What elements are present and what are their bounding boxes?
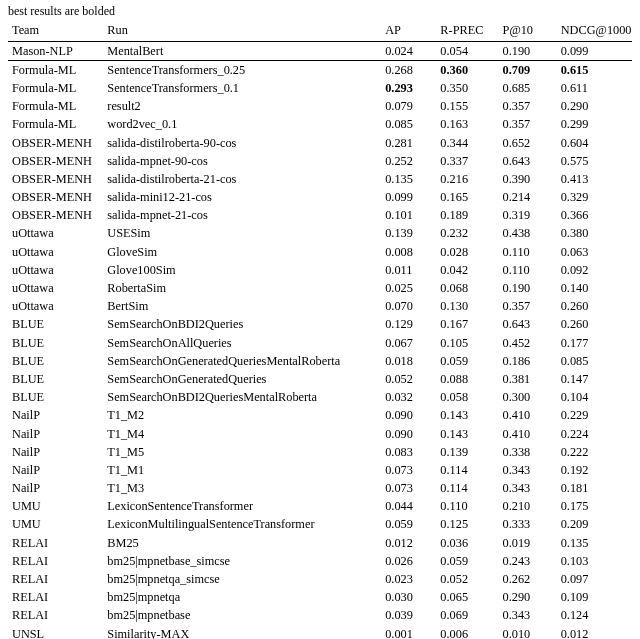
cell-team: OBSER-MENH — [8, 170, 103, 188]
cell-p10: 0.343 — [499, 461, 557, 479]
cell-p10: 0.410 — [499, 407, 557, 425]
cell-p10: 0.110 — [499, 261, 557, 279]
cell-p10: 0.010 — [499, 625, 557, 639]
cell-run: bm25|mpnetbase — [103, 607, 381, 625]
cell-rprec: 0.052 — [436, 570, 498, 588]
cell-p10: 0.262 — [499, 570, 557, 588]
cell-ndcg1000: 0.109 — [557, 589, 632, 607]
cell-team: RELAI — [8, 589, 103, 607]
cell-ap: 0.135 — [381, 170, 436, 188]
cell-ndcg1000: 0.177 — [557, 334, 632, 352]
cell-ndcg1000: 0.147 — [557, 370, 632, 388]
cell-ndcg1000: 0.135 — [557, 534, 632, 552]
cell-ndcg1000: 0.099 — [557, 42, 632, 61]
col-run: Run — [103, 21, 381, 42]
cell-run: T1_M3 — [103, 480, 381, 498]
cell-team: Formula-ML — [8, 61, 103, 80]
cell-ndcg1000: 0.124 — [557, 607, 632, 625]
cell-rprec: 0.232 — [436, 225, 498, 243]
cell-p10: 0.357 — [499, 298, 557, 316]
cell-rprec: 0.059 — [436, 352, 498, 370]
cell-rprec: 0.163 — [436, 116, 498, 134]
cell-ap: 0.281 — [381, 134, 436, 152]
cell-ndcg1000: 0.103 — [557, 552, 632, 570]
cell-ap: 0.024 — [381, 42, 436, 61]
cell-ap: 0.293 — [381, 79, 436, 97]
cell-team: NailP — [8, 407, 103, 425]
cell-ndcg1000: 0.615 — [557, 61, 632, 80]
table-row: RELAIbm25|mpnetqa0.0300.0650.2900.109 — [8, 589, 632, 607]
cell-p10: 0.685 — [499, 79, 557, 97]
cell-team: NailP — [8, 425, 103, 443]
table-row: OBSER-MENHsalida-distilroberta-21-cos0.1… — [8, 170, 632, 188]
cell-ap: 0.067 — [381, 334, 436, 352]
cell-ndcg1000: 0.366 — [557, 207, 632, 225]
cell-rprec: 0.042 — [436, 261, 498, 279]
table-row: BLUESemSearchOnBDI2Queries0.1290.1670.64… — [8, 316, 632, 334]
cell-run: bm25|mpnetbase_simcse — [103, 552, 381, 570]
results-table: Team Run AP R-PREC P@10 NDCG@1000 Mason-… — [8, 21, 632, 639]
cell-rprec: 0.065 — [436, 589, 498, 607]
table-row: OBSER-MENHsalida-mini12-21-cos0.0990.165… — [8, 189, 632, 207]
cell-rprec: 0.105 — [436, 334, 498, 352]
cell-rprec: 0.125 — [436, 516, 498, 534]
cell-rprec: 0.006 — [436, 625, 498, 639]
cell-rprec: 0.114 — [436, 461, 498, 479]
cell-ndcg1000: 0.192 — [557, 461, 632, 479]
cell-ndcg1000: 0.290 — [557, 98, 632, 116]
cell-team: BLUE — [8, 352, 103, 370]
cell-p10: 0.319 — [499, 207, 557, 225]
cell-rprec: 0.337 — [436, 152, 498, 170]
table-header-row: Team Run AP R-PREC P@10 NDCG@1000 — [8, 21, 632, 42]
cell-p10: 0.343 — [499, 480, 557, 498]
cell-team: OBSER-MENH — [8, 134, 103, 152]
cell-p10: 0.709 — [499, 61, 557, 80]
cell-ap: 0.268 — [381, 61, 436, 80]
cell-team: BLUE — [8, 334, 103, 352]
cell-rprec: 0.167 — [436, 316, 498, 334]
cell-p10: 0.338 — [499, 443, 557, 461]
cell-p10: 0.190 — [499, 279, 557, 297]
cell-ap: 0.008 — [381, 243, 436, 261]
cell-run: word2vec_0.1 — [103, 116, 381, 134]
cell-team: Formula-ML — [8, 79, 103, 97]
cell-team: NailP — [8, 461, 103, 479]
cell-ap: 0.018 — [381, 352, 436, 370]
cell-run: SemSearchOnAllQueries — [103, 334, 381, 352]
cell-ndcg1000: 0.260 — [557, 316, 632, 334]
cell-rprec: 0.069 — [436, 607, 498, 625]
cell-ap: 0.039 — [381, 607, 436, 625]
cell-rprec: 0.088 — [436, 370, 498, 388]
cell-team: Formula-ML — [8, 98, 103, 116]
cell-ndcg1000: 0.209 — [557, 516, 632, 534]
cell-p10: 0.357 — [499, 116, 557, 134]
cell-run: SentenceTransformers_0.25 — [103, 61, 381, 80]
cell-run: bm25|mpnetqa_simcse — [103, 570, 381, 588]
cell-run: salida-distilroberta-21-cos — [103, 170, 381, 188]
cell-p10: 0.019 — [499, 534, 557, 552]
cell-ndcg1000: 0.260 — [557, 298, 632, 316]
cell-ndcg1000: 0.175 — [557, 498, 632, 516]
cell-ndcg1000: 0.224 — [557, 425, 632, 443]
cell-rprec: 0.058 — [436, 389, 498, 407]
cell-run: Similarity-MAX — [103, 625, 381, 639]
cell-ndcg1000: 0.575 — [557, 152, 632, 170]
table-row: NailPT1_M50.0830.1390.3380.222 — [8, 443, 632, 461]
cell-run: RobertaSim — [103, 279, 381, 297]
cell-ndcg1000: 0.380 — [557, 225, 632, 243]
cell-run: BM25 — [103, 534, 381, 552]
cell-run: SentenceTransformers_0.1 — [103, 79, 381, 97]
table-row: OBSER-MENHsalida-mpnet-90-cos0.2520.3370… — [8, 152, 632, 170]
cell-team: OBSER-MENH — [8, 207, 103, 225]
table-row: uOttawaUSESim0.1390.2320.4380.380 — [8, 225, 632, 243]
cell-p10: 0.190 — [499, 42, 557, 61]
cell-rprec: 0.344 — [436, 134, 498, 152]
table-row: BLUESemSearchOnGeneratedQueriesMentalRob… — [8, 352, 632, 370]
cell-p10: 0.343 — [499, 607, 557, 625]
cell-ndcg1000: 0.012 — [557, 625, 632, 639]
cell-team: BLUE — [8, 370, 103, 388]
cell-ndcg1000: 0.140 — [557, 279, 632, 297]
cell-p10: 0.210 — [499, 498, 557, 516]
cell-rprec: 0.216 — [436, 170, 498, 188]
cell-ap: 0.012 — [381, 534, 436, 552]
